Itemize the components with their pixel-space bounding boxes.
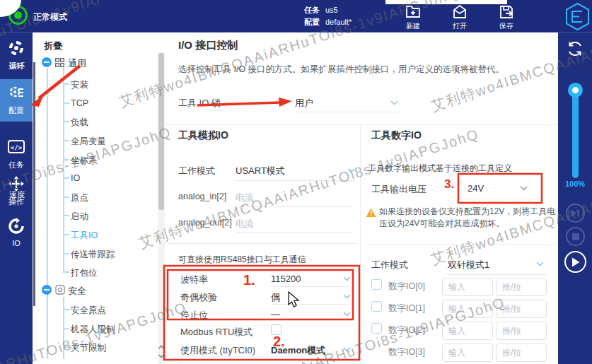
analog-in-value: 电流 [236, 192, 254, 204]
chevron-down-icon[interactable] [347, 168, 355, 173]
chevron-down-icon[interactable] [390, 100, 398, 105]
digital-io-section-title: 工具数字IO [371, 129, 422, 142]
tree-item-payload[interactable]: 负载 [71, 117, 88, 129]
play-button[interactable] [564, 251, 586, 273]
chevron-down-icon[interactable] [343, 294, 351, 299]
digital-io-0-pushpull-field[interactable] [496, 278, 547, 296]
sidebar-item-label: 配置 [0, 105, 33, 116]
open-envelope-icon [451, 4, 468, 20]
chevron-down-icon[interactable] [536, 262, 544, 266]
robot-config-screen: 正常模式 任务us5 配置default* 新建 打开 保存 运行 配置 [0, 0, 592, 364]
tree-item-tool-io[interactable]: 工具IO [71, 230, 98, 242]
chevron-down-icon[interactable] [343, 347, 351, 352]
annotation-number-2: 2. [273, 334, 285, 350]
tree-item-packing[interactable]: 打包位 [71, 267, 98, 279]
tree-item-safety-home[interactable]: 安全原点 [71, 305, 106, 317]
speed-slider-track[interactable] [572, 86, 579, 178]
config-value: default* [325, 18, 352, 26]
sidebar-item-task[interactable]: </> 任务 [0, 139, 33, 170]
tree-collapse-general-icon[interactable] [42, 57, 52, 67]
usage-mode-label: 使用模式 (ttyTCI0) [180, 344, 255, 357]
tree-item-conveyor[interactable]: 传送带跟踪 [71, 249, 115, 261]
annotation-number-1: 1. [243, 272, 255, 288]
tree-item-global-vars[interactable]: 全局变量 [71, 136, 106, 148]
tree-collapse-safety-icon[interactable] [42, 285, 52, 295]
digital-io-1-pushpull-field[interactable] [496, 300, 547, 318]
code-icon: </> [7, 139, 25, 155]
speed-slider-handle[interactable] [568, 83, 583, 98]
tool-io-lock-select[interactable]: 用户 [295, 97, 313, 110]
tree-item-home[interactable]: 原点 [71, 192, 88, 204]
speed-percent: 100% [558, 180, 592, 188]
digital-io-note: 工具数字输出模式基于连接的工具定义 [368, 163, 512, 175]
stop-button[interactable] [566, 227, 585, 246]
tool-voltage-label: 工具输出电压 [371, 183, 426, 196]
tree-item-io[interactable]: IO [71, 173, 80, 183]
chevron-down-icon[interactable] [520, 186, 528, 191]
robot-mode-label: 正常模式 [33, 11, 67, 23]
brand-logo [564, 2, 591, 34]
digital-io-3-input-field[interactable] [442, 344, 493, 362]
digital-io-1-checkbox[interactable] [371, 301, 382, 312]
page-description: 选择控制工具 I/O 接口的方式。如果扩展插件控制接口，用户定义的选项将被替代。 [178, 64, 504, 76]
open-button-label: 打开 [441, 21, 478, 31]
stop-bit-label: 停止位 [180, 309, 208, 322]
analog-work-mode-select[interactable]: USART模式 [236, 165, 285, 177]
voltage-warning-text: 如果连接的设备仅支持配置为12V，则将工具电压设为24V可能会对其造成损坏。 [379, 206, 559, 230]
stop-bit-select[interactable]: — [271, 309, 280, 319]
save-button[interactable]: 保存 [488, 3, 525, 32]
baud-rate-label: 波特率 [180, 274, 208, 286]
digital-io-0-checkbox[interactable] [371, 279, 382, 290]
warning-icon [366, 208, 376, 218]
new-button[interactable]: 新建 [395, 3, 431, 32]
tree-item-startup[interactable]: 启动 [71, 211, 88, 223]
loop-icon[interactable] [566, 40, 584, 58]
digital-io-3-label: 数字IO[3] [388, 346, 425, 358]
digital-io-2-checkbox[interactable] [371, 323, 382, 334]
sidebar-item-io[interactable]: IO [0, 218, 33, 247]
scrollbar-arrows[interactable] [157, 343, 166, 361]
step-forward-icon [571, 209, 580, 217]
digital-io-2-label: 数字IO[2] [388, 324, 425, 336]
sidebar-item-label: IO [0, 239, 33, 247]
digital-work-mode-label: 工作模式 [371, 259, 408, 271]
save-button-label: 保存 [488, 21, 525, 31]
task-value: us5 [325, 6, 338, 14]
tree-scrollbar[interactable] [33, 62, 35, 306]
tree-item-tcp[interactable]: TCP [71, 98, 88, 108]
save-icon [498, 4, 515, 20]
screen-artifact-top [385, 0, 507, 4]
digital-io-0-input-field[interactable] [442, 278, 493, 296]
task-config-meta: 任务us5 配置default* [304, 4, 352, 28]
sidebar-item-config[interactable]: 配置 [0, 84, 33, 116]
tree-item-install[interactable]: 安装 [71, 79, 88, 91]
digital-io-0-label: 数字IO[0] [388, 281, 425, 293]
play-icon [571, 257, 580, 267]
grid-icon [55, 58, 64, 67]
digital-io-2-pushpull-field[interactable] [496, 322, 547, 340]
analog-work-mode-label: 工作模式 [178, 165, 215, 177]
chevron-down-icon[interactable] [343, 276, 351, 281]
tool-io-lock-label: 工具 IO 锁 [178, 97, 221, 110]
digital-work-mode-select[interactable]: 双针模式1 [448, 259, 489, 271]
baud-rate-select[interactable]: 115200 [271, 274, 301, 284]
chevron-down-icon[interactable] [343, 312, 351, 317]
tree-item-robot-limits[interactable]: 机器人限制 [71, 324, 115, 336]
tree-item-joint-limits[interactable]: 关节限制 [71, 342, 106, 354]
tree-item-coord[interactable]: 坐标系 [71, 155, 98, 167]
digital-io-3-pushpull-field[interactable] [496, 344, 547, 362]
step-button[interactable] [566, 204, 585, 223]
open-button[interactable]: 打开 [441, 3, 478, 32]
tree-collapse-toggle[interactable]: 折叠 [44, 40, 62, 52]
digital-io-1-label: 数字IO[1] [388, 303, 425, 315]
top-bar: 正常模式 任务us5 配置default* 新建 打开 保存 [0, 0, 592, 33]
content-scrollbar-thumb[interactable] [158, 53, 164, 210]
parity-select[interactable]: 偶 [271, 291, 280, 304]
digital-io-2-input-field[interactable] [442, 322, 493, 340]
tool-voltage-select[interactable]: 24V [468, 183, 484, 194]
tree-node-safety[interactable]: 安全 [68, 285, 86, 298]
digital-io-1-input-field[interactable] [442, 300, 493, 318]
tree-node-general[interactable]: 通用 [68, 57, 86, 70]
run-icon [8, 40, 25, 57]
io-cycle-icon [8, 218, 25, 235]
